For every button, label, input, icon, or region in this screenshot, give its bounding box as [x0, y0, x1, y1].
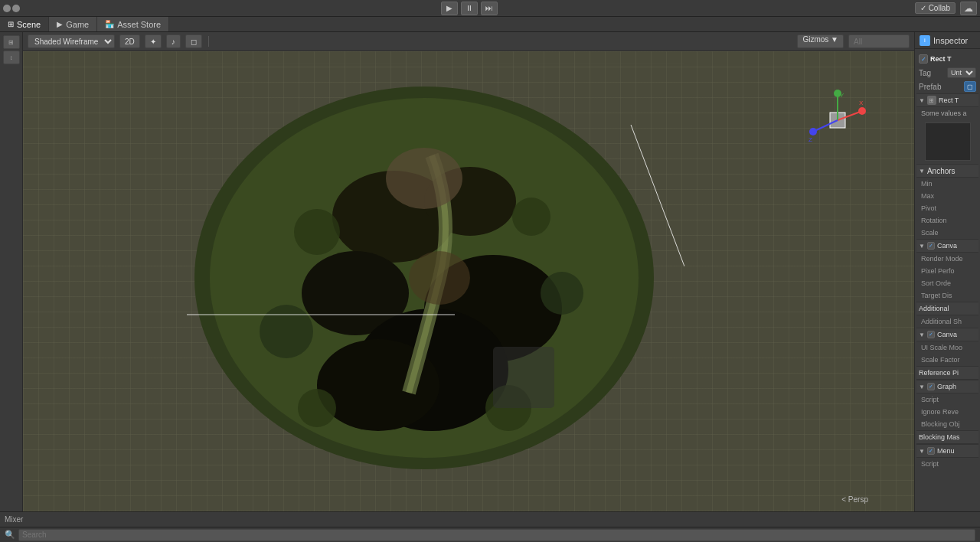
map-container — [164, 64, 684, 500]
scale-row: Scale — [916, 227, 978, 239]
game-tab-icon: ▶ — [57, 20, 63, 28]
canvas-scaler-label: Canva — [937, 331, 957, 338]
pixel-perf-label: Pixel Perfo — [921, 267, 974, 275]
win-close-btn[interactable] — [3, 5, 11, 12]
left-sidebar: ⊞ ↕ — [0, 32, 23, 511]
graph-label: Graph — [937, 383, 956, 390]
shading-mode-select[interactable]: Shaded Wireframe — [28, 34, 115, 48]
lights-button[interactable]: ✦ — [145, 34, 162, 48]
gizmo-widget: X Y Z — [807, 90, 868, 151]
canvas-scaler-checkbox[interactable]: ✓ — [927, 331, 935, 338]
graph-arrow-icon: ▼ — [919, 384, 925, 390]
ui-scale-mode-row: UI Scale Moo — [916, 341, 978, 354]
rotation-row: Rotation — [916, 214, 978, 227]
menu-section[interactable]: ▼ ✓ Menu — [916, 444, 978, 458]
pixel-perf-row: Pixel Perfo — [916, 265, 978, 277]
render-mode-label: Render Mode — [921, 255, 974, 263]
effects-button[interactable]: ◻ — [185, 34, 202, 48]
top-bar: ▶ ⏸ ⏭ ✓ Collab ☁ — [0, 0, 980, 17]
step-button[interactable]: ⏭ — [481, 2, 498, 15]
svg-rect-16 — [493, 347, 554, 408]
svg-point-11 — [541, 272, 583, 315]
additional-section[interactable]: Additional — [916, 302, 978, 315]
svg-point-15 — [409, 251, 470, 305]
menu-label: Menu — [937, 447, 955, 455]
2d-button[interactable]: 2D — [119, 34, 140, 48]
rotation-label: Rotation — [921, 217, 974, 224]
active-checkbox[interactable]: ✓ — [919, 54, 928, 64]
scale-label: Scale — [921, 229, 974, 237]
svg-text:X: X — [859, 100, 864, 106]
blocking-obj-row: Blocking Obj — [916, 418, 978, 430]
menu-checkbox[interactable]: ✓ — [927, 447, 935, 455]
some-values-text: Some values a — [921, 109, 967, 117]
gizmos-arrow-icon: ▼ — [831, 35, 838, 44]
graph-section[interactable]: ▼ ✓ Graph — [916, 380, 978, 393]
anchors-label: Anchors — [927, 167, 956, 175]
sidebar-btn-1[interactable]: ⊞ — [3, 35, 20, 49]
scene-toolbar: Shaded Wireframe 2D ✦ ♪ ◻ Gizmos ▼ — [23, 32, 914, 51]
anchors-min-row: Min — [916, 178, 978, 190]
svg-point-9 — [512, 198, 550, 236]
blocking-mas-section[interactable]: Blocking Mas — [916, 430, 978, 444]
script2-row: Script — [916, 458, 978, 470]
scene-canvas[interactable]: X Y Z < Persp — [23, 51, 914, 511]
script-label: Script — [921, 396, 974, 403]
rect-transform-arrow-icon: ▼ — [919, 97, 925, 104]
canvas-section[interactable]: ▼ ✓ Canva — [916, 239, 978, 253]
sort-order-row: Sort Orde — [916, 277, 978, 289]
canvas-scaler-section[interactable]: ▼ ✓ Canva — [916, 328, 978, 341]
inspector-title: Inspector — [933, 36, 968, 45]
toolbar-separator — [208, 36, 209, 47]
rect-transform-label: Rect T — [939, 96, 959, 104]
inspector-panel: i Inspector ✓ Rect T Tag Unt Prefab ▢ — [914, 32, 980, 511]
transform-thumbnail — [925, 122, 971, 161]
tab-asset-store[interactable]: 🏪 Asset Store — [97, 17, 169, 31]
tab-scene[interactable]: ⊞ Scene — [0, 17, 49, 31]
reference-pi-label: Reference Pi — [919, 369, 959, 377]
tag-dropdown[interactable]: Unt — [947, 67, 976, 78]
target-dis-label: Target Dis — [921, 292, 974, 299]
scene-tab-icon: ⊞ — [8, 20, 14, 28]
rect-transform-icon: ⊞ — [927, 96, 936, 105]
asset-store-tab-icon: 🏪 — [105, 20, 114, 28]
2d-label: 2D — [125, 38, 135, 46]
window-controls-area — [3, 5, 24, 12]
pivot-label: Pivot — [921, 204, 974, 212]
pause-button[interactable]: ⏸ — [461, 2, 478, 15]
rect-transform-section[interactable]: ▼ ⊞ Rect T — [916, 93, 978, 107]
canvas-checkbox[interactable]: ✓ — [927, 242, 935, 250]
prefab-button[interactable]: ▢ — [964, 81, 976, 92]
game-tab-label: Game — [66, 20, 89, 29]
ui-scale-mode-label: UI Scale Moo — [921, 344, 974, 351]
sidebar-btn-2[interactable]: ↕ — [3, 51, 20, 64]
scale-factor-label: Scale Factor — [921, 356, 974, 364]
svg-point-10 — [260, 305, 313, 358]
scene-tab-label: Scene — [17, 20, 41, 29]
reference-section[interactable]: Reference Pi — [916, 366, 978, 380]
graph-checkbox[interactable]: ✓ — [927, 383, 935, 390]
audio-button[interactable]: ♪ — [166, 34, 181, 48]
prefab-label: Prefab — [919, 83, 962, 91]
prefab-row: Prefab ▢ — [916, 80, 978, 93]
asset-store-tab-label: Asset Store — [117, 20, 161, 29]
search-icon: 🔍 — [5, 530, 15, 540]
anchors-section[interactable]: ▼ Anchors — [916, 164, 978, 178]
collab-button[interactable]: ✓ Collab — [915, 2, 956, 14]
scene-search-input[interactable] — [848, 34, 910, 48]
gizmos-button[interactable]: Gizmos ▼ — [797, 34, 844, 48]
play-button[interactable]: ▶ — [441, 2, 458, 15]
svg-point-8 — [294, 209, 340, 255]
bottom-search-input[interactable] — [18, 529, 975, 541]
pivot-row: Pivot — [916, 202, 978, 214]
inspector-body[interactable]: ✓ Rect T Tag Unt Prefab ▢ ▼ ⊞ Rect T — [915, 49, 980, 511]
tab-game[interactable]: ▶ Game — [49, 17, 97, 31]
additional-sh-label: Additional Sh — [921, 318, 974, 325]
bottom-bar: 🔍 — [0, 527, 980, 542]
blocking-mas-label: Blocking Mas — [919, 433, 960, 441]
svg-point-14 — [386, 148, 462, 209]
win-min-btn[interactable] — [12, 5, 20, 12]
cloud-button[interactable]: ☁ — [960, 2, 977, 15]
gameobject-row: ✓ Rect T — [916, 52, 978, 66]
svg-point-13 — [298, 389, 336, 427]
